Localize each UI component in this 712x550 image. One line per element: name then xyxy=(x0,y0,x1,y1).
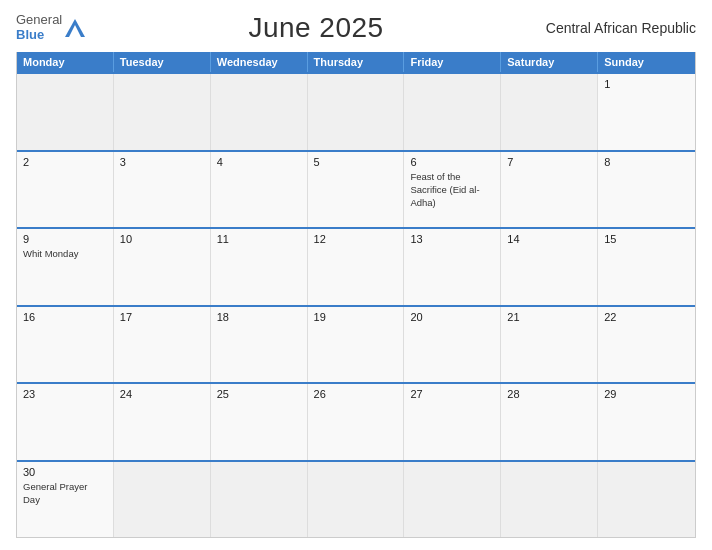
logo: General Blue xyxy=(16,13,86,42)
day-number: 24 xyxy=(120,388,204,400)
day-number: 15 xyxy=(604,233,689,245)
calendar-row-2: 9Whit Monday101112131415 xyxy=(17,227,695,305)
logo-blue: Blue xyxy=(16,28,62,43)
calendar-cell-r0-c0 xyxy=(17,74,114,150)
calendar-cell-r2-c6: 15 xyxy=(598,229,695,305)
calendar-cell-r0-c6: 1 xyxy=(598,74,695,150)
calendar-cell-r1-c2: 4 xyxy=(211,152,308,228)
day-event: Whit Monday xyxy=(23,248,78,259)
calendar-cell-r1-c4: 6Feast of the Sacrifice (Eid al-Adha) xyxy=(404,152,501,228)
calendar-cell-r4-c0: 23 xyxy=(17,384,114,460)
day-header-tuesday: Tuesday xyxy=(114,52,211,72)
calendar-cell-r3-c1: 17 xyxy=(114,307,211,383)
calendar-cell-r0-c2 xyxy=(211,74,308,150)
calendar-cell-r2-c0: 9Whit Monday xyxy=(17,229,114,305)
day-number: 30 xyxy=(23,466,107,478)
calendar-cell-r1-c0: 2 xyxy=(17,152,114,228)
calendar-cell-r0-c3 xyxy=(308,74,405,150)
calendar-cell-r5-c2 xyxy=(211,462,308,538)
calendar-body: 123456Feast of the Sacrifice (Eid al-Adh… xyxy=(17,72,695,537)
calendar-row-4: 23242526272829 xyxy=(17,382,695,460)
calendar-cell-r3-c3: 19 xyxy=(308,307,405,383)
day-number: 21 xyxy=(507,311,591,323)
day-number: 28 xyxy=(507,388,591,400)
logo-icon xyxy=(64,17,86,39)
day-number: 26 xyxy=(314,388,398,400)
day-number: 20 xyxy=(410,311,494,323)
day-header-saturday: Saturday xyxy=(501,52,598,72)
calendar-cell-r1-c1: 3 xyxy=(114,152,211,228)
calendar-cell-r3-c5: 21 xyxy=(501,307,598,383)
calendar-cell-r3-c2: 18 xyxy=(211,307,308,383)
calendar-cell-r2-c5: 14 xyxy=(501,229,598,305)
calendar-cell-r0-c4 xyxy=(404,74,501,150)
calendar-cell-r5-c3 xyxy=(308,462,405,538)
day-number: 18 xyxy=(217,311,301,323)
page: General Blue June 2025 Central African R… xyxy=(0,0,712,550)
day-number: 29 xyxy=(604,388,689,400)
day-number: 7 xyxy=(507,156,591,168)
day-event: Feast of the Sacrifice (Eid al-Adha) xyxy=(410,171,479,209)
header: General Blue June 2025 Central African R… xyxy=(16,12,696,44)
calendar-cell-r1-c6: 8 xyxy=(598,152,695,228)
calendar: Monday Tuesday Wednesday Thursday Friday… xyxy=(16,52,696,538)
day-number: 14 xyxy=(507,233,591,245)
day-number: 2 xyxy=(23,156,107,168)
calendar-cell-r5-c6 xyxy=(598,462,695,538)
calendar-row-5: 30General Prayer Day xyxy=(17,460,695,538)
calendar-row-1: 23456Feast of the Sacrifice (Eid al-Adha… xyxy=(17,150,695,228)
logo-text: General Blue xyxy=(16,13,62,42)
calendar-cell-r3-c0: 16 xyxy=(17,307,114,383)
day-number: 13 xyxy=(410,233,494,245)
day-event: General Prayer Day xyxy=(23,481,87,505)
day-header-sunday: Sunday xyxy=(598,52,695,72)
calendar-cell-r1-c5: 7 xyxy=(501,152,598,228)
day-number: 12 xyxy=(314,233,398,245)
calendar-cell-r5-c1 xyxy=(114,462,211,538)
calendar-cell-r2-c4: 13 xyxy=(404,229,501,305)
day-number: 17 xyxy=(120,311,204,323)
day-number: 25 xyxy=(217,388,301,400)
calendar-title: June 2025 xyxy=(248,12,383,44)
calendar-cell-r4-c1: 24 xyxy=(114,384,211,460)
calendar-cell-r4-c3: 26 xyxy=(308,384,405,460)
logo-general: General xyxy=(16,13,62,27)
calendar-cell-r5-c5 xyxy=(501,462,598,538)
day-number: 22 xyxy=(604,311,689,323)
calendar-cell-r4-c4: 27 xyxy=(404,384,501,460)
calendar-cell-r2-c3: 12 xyxy=(308,229,405,305)
calendar-cell-r4-c6: 29 xyxy=(598,384,695,460)
day-header-monday: Monday xyxy=(17,52,114,72)
day-number: 27 xyxy=(410,388,494,400)
calendar-cell-r2-c1: 10 xyxy=(114,229,211,305)
day-number: 11 xyxy=(217,233,301,245)
calendar-cell-r0-c5 xyxy=(501,74,598,150)
day-header-wednesday: Wednesday xyxy=(211,52,308,72)
calendar-row-3: 16171819202122 xyxy=(17,305,695,383)
day-number: 23 xyxy=(23,388,107,400)
day-number: 8 xyxy=(604,156,689,168)
calendar-cell-r3-c6: 22 xyxy=(598,307,695,383)
day-number: 16 xyxy=(23,311,107,323)
day-header-friday: Friday xyxy=(404,52,501,72)
calendar-row-0: 1 xyxy=(17,72,695,150)
calendar-cell-r2-c2: 11 xyxy=(211,229,308,305)
day-number: 4 xyxy=(217,156,301,168)
calendar-cell-r4-c5: 28 xyxy=(501,384,598,460)
calendar-cell-r0-c1 xyxy=(114,74,211,150)
day-number: 3 xyxy=(120,156,204,168)
calendar-cell-r3-c4: 20 xyxy=(404,307,501,383)
country-label: Central African Republic xyxy=(546,20,696,36)
day-number: 10 xyxy=(120,233,204,245)
calendar-cell-r5-c4 xyxy=(404,462,501,538)
day-number: 1 xyxy=(604,78,689,90)
day-header-thursday: Thursday xyxy=(308,52,405,72)
day-number: 5 xyxy=(314,156,398,168)
calendar-cell-r5-c0: 30General Prayer Day xyxy=(17,462,114,538)
calendar-cell-r1-c3: 5 xyxy=(308,152,405,228)
day-number: 9 xyxy=(23,233,107,245)
day-number: 19 xyxy=(314,311,398,323)
calendar-cell-r4-c2: 25 xyxy=(211,384,308,460)
calendar-header: Monday Tuesday Wednesday Thursday Friday… xyxy=(17,52,695,72)
day-number: 6 xyxy=(410,156,494,168)
